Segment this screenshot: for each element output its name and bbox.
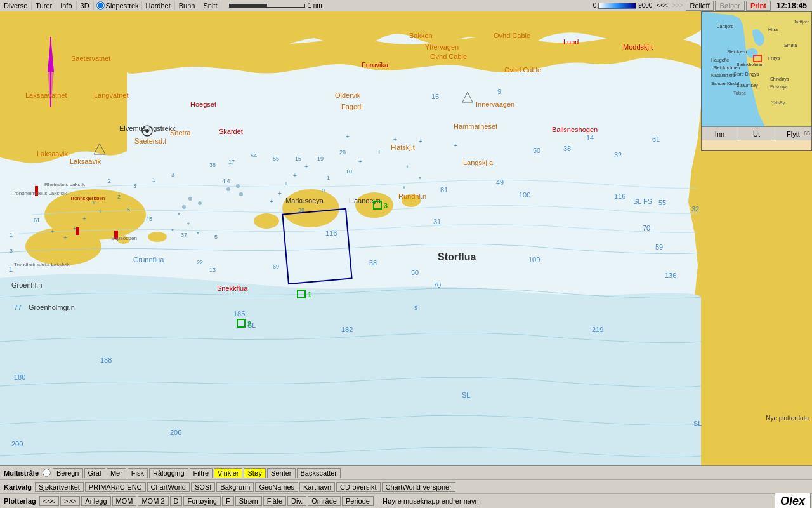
nav-left[interactable]: <<<: [655, 2, 670, 9]
tb-primar[interactable]: PRIMAR/IC-ENC: [85, 482, 146, 492]
slepestrek-radio[interactable]: [96, 1, 105, 10]
menu-hardhet[interactable]: Hardhet: [142, 1, 175, 10]
svg-text:+: +: [358, 158, 362, 165]
toolbar-row-3: Plotterlag <<< >>> Anlegg MOM MOM 2 D Fo…: [0, 494, 812, 508]
waypoint-2-label: 2: [247, 320, 251, 328]
tb-anlegg[interactable]: Anlegg: [81, 496, 110, 506]
svg-point-10: [198, 201, 202, 205]
tb-mom[interactable]: MOM: [112, 496, 137, 506]
tb-filtre[interactable]: Filtre: [190, 468, 213, 478]
svg-text:*: *: [403, 185, 405, 192]
svg-point-12: [226, 187, 230, 191]
overview-map-inner: Jartfjord Hitra Smøla Frøya Steinkjern S…: [702, 12, 811, 126]
bottom-toolbars: Multistråle Beregn Graf Mer Fisk Råloggi…: [0, 465, 812, 508]
depth-bar: 0 9000: [591, 2, 655, 9]
svg-text:2: 2: [117, 194, 121, 200]
tb-mer[interactable]: Mer: [107, 468, 126, 478]
olex-logo: Olex: [775, 493, 811, 509]
svg-text:*: *: [178, 212, 180, 219]
overview-ut-button[interactable]: Ut: [738, 127, 775, 140]
menu-diverse[interactable]: Diverse: [0, 1, 32, 10]
tb-geonames[interactable]: GeoNames: [255, 482, 298, 492]
svg-text:55: 55: [273, 156, 279, 162]
tb-omrade[interactable]: Område: [308, 496, 341, 506]
print-button[interactable]: Print: [746, 1, 771, 11]
tb-mom2[interactable]: MOM 2: [138, 496, 168, 506]
svg-text:Jartfjord: Jartfjord: [794, 20, 809, 25]
menu-info[interactable]: Info: [56, 1, 76, 10]
tb-strom[interactable]: Strøm: [235, 496, 262, 506]
waypoint-2[interactable]: [237, 319, 246, 328]
tb-chartworld-ver[interactable]: ChartWorld-versjoner: [382, 482, 455, 492]
svg-text:22: 22: [197, 259, 203, 265]
svg-text:Jartfjord: Jartfjord: [717, 24, 733, 29]
overview-inn-button[interactable]: Inn: [702, 127, 738, 140]
nye-plotterdata-label: Nye plotterdata: [766, 415, 809, 422]
menu-3d[interactable]: 3D: [77, 1, 94, 10]
elvemuslingstrekk-marker: [141, 124, 154, 138]
svg-text:61: 61: [34, 217, 40, 224]
menu-turer[interactable]: Turer: [32, 1, 56, 10]
tb-stoy[interactable]: Støy: [244, 468, 266, 478]
svg-text:Hitra: Hitra: [768, 27, 778, 32]
tb-div[interactable]: Div.: [287, 496, 306, 506]
tb-graf[interactable]: Graf: [84, 468, 105, 478]
waypoint-1[interactable]: [297, 290, 306, 298]
svg-text:1: 1: [10, 232, 13, 238]
tb-senter[interactable]: Senter: [267, 468, 295, 478]
tb-plotterlag-right[interactable]: >>>: [60, 496, 80, 506]
svg-text:+: +: [346, 133, 350, 140]
tb-beregn[interactable]: Beregn: [53, 468, 82, 478]
svg-point-7: [148, 232, 167, 242]
relieff-button[interactable]: Relieff: [686, 1, 714, 11]
tb-kartnavn[interactable]: Kartnavn: [299, 482, 335, 492]
svg-text:2: 2: [108, 178, 111, 184]
tb-d[interactable]: D: [170, 496, 183, 506]
tb-vinkler[interactable]: Vinkler: [214, 468, 242, 478]
tb-fortoying[interactable]: Fortøying: [183, 496, 220, 506]
tb-cdoversikt[interactable]: CD-oversikt: [336, 482, 380, 492]
menu-bunn[interactable]: Bunn: [175, 1, 200, 10]
tb-separator: [376, 496, 376, 506]
waypoint-3[interactable]: [373, 201, 382, 210]
svg-text:5: 5: [127, 206, 130, 213]
chart-container[interactable]: + + + + + + * * * + + + + + + + + + + + …: [0, 11, 812, 471]
tb-flate[interactable]: Flåte: [263, 496, 286, 506]
tb-f[interactable]: F: [222, 496, 234, 506]
multistrrale-radio[interactable]: [43, 469, 51, 477]
svg-text:+: +: [304, 163, 308, 170]
depth-min: 0: [593, 2, 597, 9]
svg-text:Steinkholmen: Steinkholmen: [737, 62, 764, 67]
overview-map: Jartfjord Hitra Smøla Frøya Steinkjern S…: [701, 11, 812, 151]
tb-sosi[interactable]: SOSI: [191, 482, 215, 492]
depth-max: 9000: [638, 2, 652, 9]
tb-chartworld[interactable]: ChartWorld: [147, 482, 190, 492]
tb-backscatter[interactable]: Backscatter: [297, 468, 341, 478]
overview-controls: Inn Ut Flytt: [702, 126, 811, 140]
svg-text:+: +: [454, 142, 457, 149]
svg-text:1: 1: [152, 177, 155, 183]
multistrrale-label: Multistråle: [1, 469, 41, 477]
rheinsteis: Rheinsteis Lakslik: [44, 182, 85, 187]
svg-text:Haugefle: Haugefle: [711, 58, 729, 63]
svg-point-3: [282, 189, 339, 227]
svg-point-9: [188, 197, 192, 201]
svg-point-83: [801, 55, 805, 58]
svg-text:Sandre-Ktsdal: Sandre-Ktsdal: [711, 81, 740, 86]
tb-bakgrunn[interactable]: Bakgrunn: [216, 482, 254, 492]
svg-point-79: [766, 66, 776, 72]
tb-periode[interactable]: Periode: [342, 496, 374, 506]
svg-point-13: [236, 184, 240, 188]
nav-arrows: <<< >>>: [655, 2, 684, 9]
svg-text:*: *: [171, 228, 174, 235]
tb-fisk[interactable]: Fisk: [128, 468, 148, 478]
svg-point-76: [145, 129, 149, 133]
tb-sjokartverket[interactable]: Sjøkartverket: [35, 482, 84, 492]
tb-ralogging[interactable]: Rålogging: [149, 468, 188, 478]
nav-right[interactable]: >>>: [670, 2, 685, 9]
bolger-button[interactable]: Bølger: [715, 1, 744, 11]
tb-plotterlag-left[interactable]: <<<: [39, 496, 59, 506]
trondheim-laksfoik-2: Trondheimslei.s Laksfoik: [14, 262, 70, 267]
scale-bar: 1 nm: [221, 2, 590, 9]
menu-snitt[interactable]: Snitt: [199, 1, 221, 10]
